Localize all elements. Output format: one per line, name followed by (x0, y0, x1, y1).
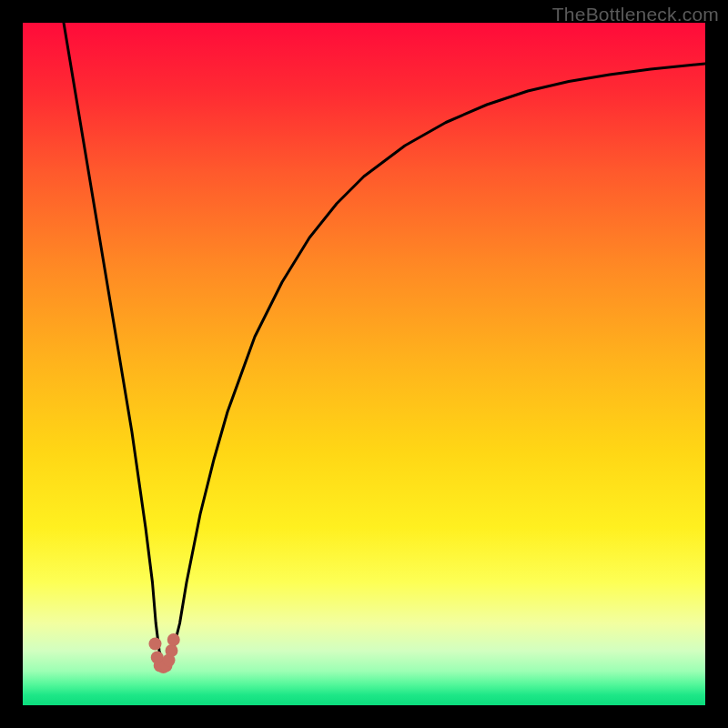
valley-marker-dots (149, 633, 180, 673)
chart-svg (23, 23, 705, 705)
valley-dot (166, 644, 178, 657)
valley-dot (149, 638, 162, 651)
chart-plot-area (23, 23, 705, 705)
valley-dot (167, 633, 180, 646)
bottleneck-curve (64, 23, 705, 664)
chart-frame: TheBottleneck.com (0, 0, 728, 728)
